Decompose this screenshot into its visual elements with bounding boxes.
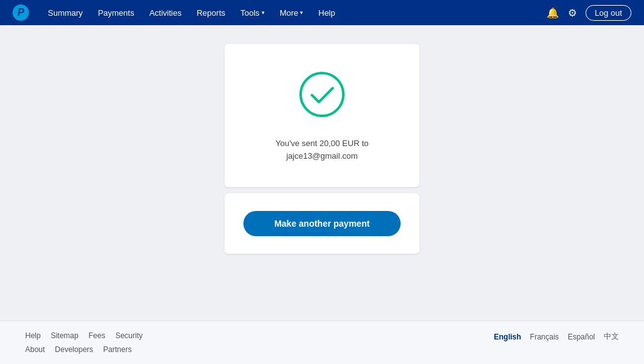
footer-help[interactable]: Help bbox=[25, 331, 41, 340]
paypal-logo-icon: P bbox=[13, 4, 29, 21]
footer-partners[interactable]: Partners bbox=[103, 345, 131, 354]
nav-activities[interactable]: Activities bbox=[143, 6, 187, 20]
svg-point-0 bbox=[301, 73, 343, 116]
footer-row-1: Help Sitemap Fees Security bbox=[25, 331, 143, 340]
nav-links: Summary Payments Activities Reports Tool… bbox=[42, 6, 547, 20]
main-content: You've sent 20,00 EUR to jajce13@gmail.c… bbox=[0, 25, 644, 321]
logout-button[interactable]: Log out bbox=[586, 5, 631, 21]
action-card: Make another payment bbox=[225, 193, 419, 254]
nav-right: 🔔 ⚙ Log out bbox=[547, 5, 631, 21]
paypal-logo: P bbox=[13, 4, 29, 21]
footer-languages: English Français Español 中文 bbox=[494, 331, 619, 342]
footer-security[interactable]: Security bbox=[115, 331, 142, 340]
make-another-payment-button[interactable]: Make another payment bbox=[243, 211, 401, 236]
footer-developers[interactable]: Developers bbox=[55, 345, 93, 354]
success-message: You've sent 20,00 EUR to jajce13@gmail.c… bbox=[243, 137, 401, 162]
success-checkmark-icon bbox=[297, 69, 347, 120]
lang-francais[interactable]: Français bbox=[530, 333, 559, 341]
lang-chinese[interactable]: 中文 bbox=[604, 331, 619, 342]
footer-left: Help Sitemap Fees Security About Develop… bbox=[25, 331, 143, 354]
footer-row-2: About Developers Partners bbox=[25, 345, 143, 354]
more-chevron-icon: ▾ bbox=[300, 9, 303, 16]
navbar: P Summary Payments Activities Reports To… bbox=[0, 0, 644, 25]
footer: Help Sitemap Fees Security About Develop… bbox=[0, 321, 644, 364]
bell-icon[interactable]: 🔔 bbox=[547, 7, 559, 19]
nav-summary[interactable]: Summary bbox=[42, 6, 89, 20]
lang-english[interactable]: English bbox=[494, 333, 521, 341]
success-card: You've sent 20,00 EUR to jajce13@gmail.c… bbox=[225, 44, 419, 187]
nav-tools[interactable]: Tools ▾ bbox=[234, 6, 270, 20]
nav-payments[interactable]: Payments bbox=[92, 6, 141, 20]
footer-fees[interactable]: Fees bbox=[89, 331, 106, 340]
lang-espanol[interactable]: Español bbox=[568, 333, 595, 341]
footer-about[interactable]: About bbox=[25, 345, 45, 354]
footer-sitemap[interactable]: Sitemap bbox=[51, 331, 79, 340]
nav-more[interactable]: More ▾ bbox=[274, 6, 310, 20]
settings-icon[interactable]: ⚙ bbox=[568, 7, 577, 19]
nav-help[interactable]: Help bbox=[312, 6, 341, 20]
tools-chevron-icon: ▾ bbox=[262, 9, 265, 16]
nav-reports[interactable]: Reports bbox=[191, 6, 232, 20]
